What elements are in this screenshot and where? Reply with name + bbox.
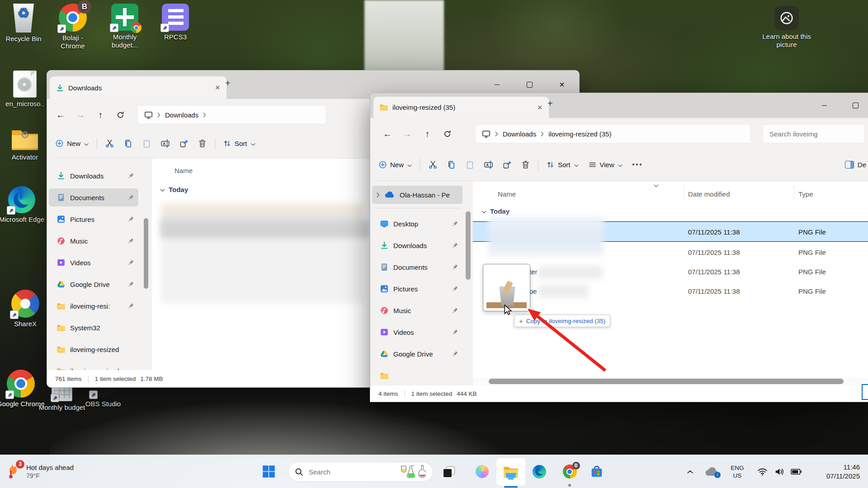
sidebar-item-documents[interactable]: Documents	[372, 258, 462, 276]
paste-button[interactable]	[137, 135, 156, 153]
breadcrumb-iloveimg[interactable]: iloveimg-resized (35)	[548, 130, 611, 138]
column-header-name[interactable]: Name	[175, 167, 193, 174]
new-button[interactable]: New	[51, 135, 94, 153]
column-header-date[interactable]: Date modified	[688, 190, 730, 198]
forward-button[interactable]: →	[399, 126, 415, 142]
sidebar-item-videos[interactable]: Videos	[49, 253, 138, 272]
forward-button[interactable]: →	[72, 107, 89, 123]
breadcrumb[interactable]: Downloads	[137, 105, 326, 124]
desktop-icon-sharex[interactable]: ↗ ShareX	[0, 290, 50, 328]
breadcrumb-downloads[interactable]: Downloads	[503, 130, 536, 138]
volume-icon[interactable]	[771, 455, 788, 488]
up-button[interactable]: ↑	[419, 126, 435, 142]
taskbar-search-input[interactable]	[308, 468, 387, 476]
sidebar-item-downloads[interactable]: Downloads	[372, 236, 462, 254]
column-header-type[interactable]: Type	[798, 190, 813, 198]
desktop-icon-activator[interactable]: ⚙ Activator	[0, 128, 50, 161]
column-header-name[interactable]: Name	[498, 190, 516, 198]
rename-button[interactable]	[156, 135, 175, 153]
tab-close-icon[interactable]: ✕	[215, 84, 220, 91]
desktop-icon-bolaji-chrome[interactable]: B ↗ Bolaji - Chrome	[51, 4, 94, 50]
battery-icon[interactable]	[788, 455, 805, 488]
sidebar-item-iloveimg-resized[interactable]: iloveimg-resi:	[49, 297, 138, 315]
weather-widget[interactable]: 3 Hot days ahead 79°F	[6, 455, 74, 488]
desktop-icon-recycle-bin[interactable]: ♻ Recycle Bin	[0, 4, 48, 43]
delete-button[interactable]	[193, 135, 212, 153]
copy-button[interactable]	[119, 135, 137, 153]
edge-button[interactable]	[530, 455, 549, 488]
copy-button[interactable]	[442, 155, 461, 174]
sidebar-scrollbar[interactable]	[466, 211, 471, 280]
group-today[interactable]: Today	[160, 186, 188, 193]
sort-button[interactable]: Sort	[218, 135, 260, 153]
details-pane-button[interactable]: De	[840, 155, 868, 174]
store-button[interactable]	[587, 455, 607, 488]
desktop-icon-edge[interactable]: ↗ Microsoft Edge	[0, 186, 47, 224]
refresh-button[interactable]	[112, 107, 128, 123]
sidebar-item-downloads[interactable]: Downloads	[49, 167, 138, 185]
tab-iloveimg[interactable]: iloveimg-resized (35) ✕	[373, 97, 549, 118]
file-row[interactable]: pe 07/11/2025 11:38 PNG File	[473, 281, 868, 300]
search-input[interactable]	[769, 130, 843, 138]
file-row[interactable]: 07/11/2025 11:38 PNG File	[473, 242, 868, 262]
chevron-right-icon[interactable]	[377, 191, 380, 199]
sort-button[interactable]: Sort	[542, 155, 584, 174]
language-switcher[interactable]: ENG US	[726, 455, 749, 488]
sidebar-item-google-drive[interactable]: Google Drive	[49, 275, 138, 293]
chrome-button[interactable]: B	[560, 455, 580, 488]
minimize-button[interactable]	[814, 93, 835, 118]
rename-button[interactable]	[479, 155, 498, 174]
sidebar-item-documents[interactable]: Documents	[49, 188, 138, 206]
refresh-button[interactable]	[439, 126, 455, 142]
hscrollbar[interactable]	[489, 379, 844, 384]
task-view-button[interactable]	[439, 455, 459, 488]
sidebar-scrollbar[interactable]	[144, 218, 148, 289]
desktop-icon-en-microso[interactable]: en_microso..	[0, 70, 50, 108]
back-button[interactable]: ←	[52, 107, 69, 123]
sidebar-item-onedrive[interactable]: Ola-Hassan - Pe	[372, 186, 462, 204]
start-button[interactable]	[256, 455, 281, 488]
back-button[interactable]: ←	[379, 126, 396, 142]
breadcrumb[interactable]: Downloads iloveimg-resized (35)	[475, 124, 751, 143]
desktop-icon-learn-about[interactable]: Learn about this picture	[755, 6, 818, 49]
sidebar-item-iloveimg-resized-2[interactable]: iloveimg-resized	[49, 340, 138, 358]
sidebar-item-pictures[interactable]: Pictures	[49, 210, 138, 228]
clock[interactable]: 11:46 07/11/2025	[826, 455, 860, 488]
tray-chevron-button[interactable]	[682, 455, 698, 488]
cut-button[interactable]	[424, 155, 442, 174]
sidebar-item-google-drive[interactable]: Google Drive	[372, 345, 462, 363]
sidebar-item-system32[interactable]: System32	[49, 319, 138, 337]
group-today[interactable]: Today	[481, 207, 509, 215]
file-row[interactable]: ter 07/11/2025 11:38 PNG File	[473, 262, 868, 281]
share-button[interactable]	[498, 155, 516, 174]
new-tab-button[interactable]: +	[225, 78, 231, 89]
onedrive-tray-button[interactable]: i	[702, 455, 722, 488]
delete-button[interactable]	[516, 155, 535, 174]
search-box[interactable]	[763, 124, 865, 143]
copilot-button[interactable]	[472, 455, 492, 488]
paste-button[interactable]	[461, 155, 479, 174]
sidebar-item-pictures[interactable]: Pictures	[372, 280, 462, 298]
up-button[interactable]: ↑	[92, 107, 108, 123]
desktop-icon-rpcs3[interactable]: ↗ RPCS3	[154, 4, 197, 41]
new-button[interactable]: New	[374, 155, 417, 174]
desktop-icon-monthly-budget[interactable]: ↗ Monthly budget...	[103, 4, 146, 49]
taskbar-search[interactable]	[288, 462, 433, 482]
new-tab-button[interactable]: +	[547, 99, 553, 109]
cut-button[interactable]	[100, 135, 119, 153]
sidebar-item-desktop[interactable]: Desktop	[372, 215, 462, 233]
tab-close-icon[interactable]: ✕	[537, 104, 542, 111]
sidebar-item-partial[interactable]	[372, 366, 462, 385]
tab-downloads[interactable]: Downloads ✕	[50, 76, 226, 99]
file-row-selected[interactable]: 07/11/2025 11:38 PNG File	[473, 221, 868, 242]
sidebar-item-music[interactable]: Music	[372, 301, 462, 319]
view-button[interactable]: View	[584, 155, 627, 174]
file-explorer-button[interactable]	[496, 458, 526, 486]
share-button[interactable]	[175, 135, 193, 153]
wifi-icon[interactable]	[754, 455, 770, 488]
sidebar-item-videos[interactable]: Videos	[372, 323, 462, 341]
sidebar-item-music[interactable]: Music	[49, 232, 138, 250]
maximize-button[interactable]	[845, 93, 866, 118]
breadcrumb-downloads[interactable]: Downloads	[165, 111, 198, 119]
more-button[interactable]	[627, 155, 646, 174]
